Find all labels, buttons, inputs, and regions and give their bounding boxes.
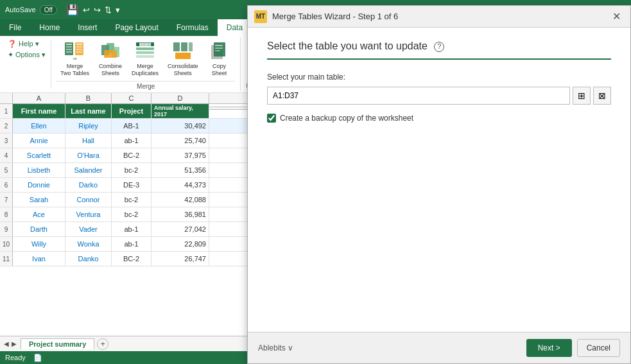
- cell-c10[interactable]: ab-1: [112, 237, 151, 251]
- cancel-button[interactable]: Cancel: [577, 339, 620, 357]
- cell-b9[interactable]: Vader: [65, 222, 112, 236]
- save-icon[interactable]: 💾: [66, 4, 79, 16]
- cell-a7[interactable]: Sarah: [13, 193, 65, 207]
- cell-a2[interactable]: Ellen: [13, 119, 65, 133]
- cell-c3[interactable]: ab-1: [112, 134, 151, 148]
- autosave-toggle[interactable]: Off: [40, 5, 57, 15]
- cell-c7[interactable]: bc-2: [112, 193, 151, 207]
- sheet-indicator-icon[interactable]: 📄: [33, 354, 42, 362]
- table-row[interactable]: 11 Ivan Danko BC-2 26,747: [0, 252, 247, 266]
- cell-c11[interactable]: BC-2: [112, 252, 151, 266]
- cell-d4[interactable]: 37,975: [151, 148, 209, 162]
- cell-a9[interactable]: Darth: [13, 222, 65, 236]
- merge-two-tables-button[interactable]: ⇒ MergeTwo Tables: [56, 39, 93, 80]
- wizard-title-bar: MT Merge Tables Wizard - Step 1 of 6 ✕: [248, 6, 630, 28]
- cell-c2[interactable]: AB-1: [112, 119, 151, 133]
- cell-c6[interactable]: DE-3: [112, 178, 151, 192]
- cell-b3[interactable]: Hall: [65, 134, 112, 148]
- cell-c5[interactable]: bc-2: [112, 163, 151, 177]
- cell-d6[interactable]: 44,373: [151, 178, 209, 192]
- tab-formulas[interactable]: Formulas: [168, 19, 218, 36]
- cell-b2[interactable]: Ripley: [65, 119, 112, 133]
- header-project[interactable]: Project: [112, 104, 151, 118]
- undo-icon[interactable]: ↩: [83, 5, 90, 15]
- cell-d7[interactable]: 42,088: [151, 193, 209, 207]
- cell-d9[interactable]: 27,042: [151, 222, 209, 236]
- sheet-tab-project-summary[interactable]: Project summary: [21, 338, 94, 349]
- header-salary[interactable]: Annual salary, 2017: [151, 104, 209, 118]
- header-lastname[interactable]: Last name: [65, 104, 112, 118]
- backup-checkbox[interactable]: [267, 114, 276, 123]
- col-header-d[interactable]: D: [151, 93, 209, 103]
- table-row[interactable]: 2 Ellen Ripley AB-1 30,492: [0, 119, 247, 134]
- scroll-right-btn[interactable]: ▶: [10, 340, 18, 347]
- cell-a3[interactable]: Annie: [13, 134, 65, 148]
- cell-b6[interactable]: Darko: [65, 178, 112, 192]
- header-firstname[interactable]: First name: [13, 104, 65, 118]
- table-row[interactable]: 8 Ace Ventura bc-2 36,981: [0, 207, 247, 222]
- col-header-b[interactable]: B: [65, 93, 112, 103]
- table-row[interactable]: 9 Darth Vader ab-1 27,042: [0, 222, 247, 237]
- cell-c8[interactable]: bc-2: [112, 207, 151, 221]
- cell-d2[interactable]: 30,492: [151, 119, 209, 133]
- col-header-a[interactable]: A: [13, 93, 65, 103]
- cell-d11[interactable]: 26,747: [151, 252, 209, 266]
- wizard-header: Select the table you want to update ?: [267, 40, 611, 60]
- table-row[interactable]: 4 Scarlett O'Hara BC-2 37,975: [0, 148, 247, 163]
- copy-sheet-button[interactable]: CopySheet: [203, 39, 235, 80]
- tab-file[interactable]: File: [0, 19, 30, 36]
- new-sheet-button[interactable]: +: [97, 338, 108, 350]
- wizard-dialog: MT Merge Tables Wizard - Step 1 of 6 ✕ S…: [247, 5, 631, 364]
- cell-b4[interactable]: O'Hara: [65, 148, 112, 162]
- cell-d5[interactable]: 51,356: [151, 163, 209, 177]
- table-row[interactable]: 7 Sarah Connor bc-2 42,088: [0, 193, 247, 207]
- cell-b8[interactable]: Ventura: [65, 207, 112, 221]
- ablebits-button[interactable]: Ablebits ∨: [258, 343, 293, 352]
- help-button[interactable]: ❓ Help ▾: [8, 40, 46, 48]
- cell-c4[interactable]: BC-2: [112, 148, 151, 162]
- cell-d3[interactable]: 25,740: [151, 134, 209, 148]
- table-row[interactable]: 10 Willy Wonka ab-1 22,809: [0, 237, 247, 252]
- more-icon[interactable]: ▾: [116, 5, 120, 15]
- merge-duplicates-label: MergeDuplicates: [132, 63, 159, 77]
- options-button[interactable]: ✦ Options ▾: [8, 51, 46, 59]
- cell-d8[interactable]: 36,981: [151, 207, 209, 221]
- table-row[interactable]: 3 Annie Hall ab-1 25,740: [0, 134, 247, 148]
- wizard-help-icon[interactable]: ?: [434, 42, 444, 52]
- redo-icon[interactable]: ↪: [94, 5, 101, 15]
- tab-page-layout[interactable]: Page Layout: [106, 19, 167, 36]
- table-row[interactable]: 6 Donnie Darko DE-3 44,373: [0, 178, 247, 193]
- row-num-8: 8: [0, 207, 13, 221]
- merge-duplicates-button[interactable]: ▓▓▓▓▓ MergeDuplicates: [128, 39, 162, 80]
- table-expand-button[interactable]: ⊞: [573, 87, 591, 105]
- cell-b10[interactable]: Wonka: [65, 237, 112, 251]
- cell-a11[interactable]: Ivan: [13, 252, 65, 266]
- combine-sheets-button[interactable]: CombineSheets: [94, 39, 126, 80]
- sort-icon[interactable]: ⇅: [105, 5, 112, 15]
- consolidate-sheets-button[interactable]: ConsolidateSheets: [164, 39, 202, 80]
- table-row[interactable]: 5 Lisbeth Salander bc-2 51,356: [0, 163, 247, 178]
- cell-a5[interactable]: Lisbeth: [13, 163, 65, 177]
- next-button[interactable]: Next >: [526, 339, 572, 357]
- cell-a4[interactable]: Scarlett: [13, 148, 65, 162]
- wizard-close-button[interactable]: ✕: [609, 10, 624, 23]
- cell-a6[interactable]: Donnie: [13, 178, 65, 192]
- row-num-11: 11: [0, 252, 13, 266]
- tab-home[interactable]: Home: [30, 19, 69, 36]
- cell-a8[interactable]: Ace: [13, 207, 65, 221]
- cell-a10[interactable]: Willy: [13, 237, 65, 251]
- scroll-left-btn[interactable]: ◀: [3, 340, 10, 347]
- row-num-6: 6: [0, 178, 13, 192]
- col-header-c[interactable]: C: [112, 93, 151, 103]
- svg-rect-21: [181, 42, 187, 51]
- cell-c9[interactable]: ab-1: [112, 222, 151, 236]
- cell-b5[interactable]: Salander: [65, 163, 112, 177]
- cell-d10[interactable]: 22,809: [151, 237, 209, 251]
- ready-status: Ready: [5, 354, 26, 361]
- table-range-input[interactable]: [267, 87, 570, 105]
- table-picker-button[interactable]: ⊠: [593, 87, 611, 105]
- cell-b11[interactable]: Danko: [65, 252, 112, 266]
- cell-b7[interactable]: Connor: [65, 193, 112, 207]
- svg-text:▓▓▓▓▓: ▓▓▓▓▓: [139, 42, 151, 47]
- tab-insert[interactable]: Insert: [69, 19, 106, 36]
